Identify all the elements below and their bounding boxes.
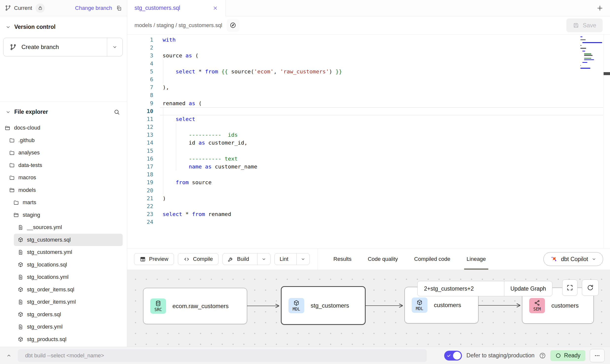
- tree-item-docs-cloud[interactable]: docs-cloud: [0, 122, 127, 134]
- editor-toolbar: Preview Compile Build Lint ResultsCode q…: [127, 248, 610, 270]
- tree-item-label: stg_orders.sql: [27, 311, 61, 318]
- line-number: 1: [127, 36, 160, 44]
- code-line-5: 5 select * from {{ source('ecom', 'raw_c…: [127, 68, 610, 76]
- lineage-node-ecom-raw-customers[interactable]: SRCecom.raw_customers: [143, 288, 247, 324]
- line-number: 9: [127, 99, 160, 107]
- lineage-node-stg-customers[interactable]: MDLstg_customers: [281, 286, 366, 325]
- tree-item-models[interactable]: models: [0, 184, 127, 197]
- refresh-button[interactable]: [582, 280, 599, 296]
- editor-scrollbar[interactable]: [603, 34, 610, 248]
- preview-label: Preview: [149, 256, 168, 262]
- tree-item-stg-locations-yml[interactable]: stg_locations.yml: [0, 271, 127, 283]
- node-badge-mdl: MDL: [412, 298, 427, 313]
- tree-item-label: marts: [23, 199, 36, 206]
- minimap[interactable]: [580, 36, 602, 71]
- code-text: source as (: [160, 52, 603, 60]
- tree-item-stg-order-items-sql[interactable]: stg_order_items.sql: [0, 283, 127, 296]
- help-icon[interactable]: [539, 352, 546, 359]
- sidebar: Version control Create branch File explo…: [0, 16, 127, 347]
- cube-icon: [18, 312, 23, 317]
- tree-item-stg-customers-sql[interactable]: stg_customers.sql: [14, 234, 123, 246]
- folder-open-icon: [5, 125, 10, 131]
- lint-label: Lint: [280, 256, 288, 262]
- tree-item-analyses[interactable]: analyses: [0, 147, 127, 159]
- tree-item-macros[interactable]: macros: [0, 171, 127, 184]
- tab-lineage[interactable]: Lineage: [467, 248, 486, 270]
- tree-item-stg-order-items-yml[interactable]: stg_order_items.yml: [0, 296, 127, 308]
- scrollbar-handle[interactable]: [604, 72, 610, 75]
- tree-item-stg-locations-sql[interactable]: stg_locations.sql: [0, 259, 127, 271]
- compile-button[interactable]: Compile: [178, 253, 219, 265]
- search-icon[interactable]: [114, 109, 120, 115]
- tab-code-quality[interactable]: Code quality: [368, 248, 398, 270]
- preview-button[interactable]: Preview: [134, 253, 174, 265]
- copilot-label: dbt Copilot: [561, 256, 588, 263]
- lint-button[interactable]: Lint: [275, 253, 293, 265]
- tree-item-label: stg_order_items.yml: [27, 299, 76, 305]
- tree-item-label: macros: [18, 174, 36, 181]
- new-tab-button[interactable]: [596, 4, 604, 12]
- panel-tabs: ResultsCode qualityCompiled codeLineage: [325, 248, 494, 270]
- save-icon: [573, 22, 579, 29]
- branch-bar: Current Change branch: [0, 0, 127, 16]
- code-line-2: 2: [127, 44, 610, 52]
- tab-results[interactable]: Results: [333, 248, 351, 270]
- tree-item-staging[interactable]: staging: [0, 209, 127, 221]
- code-editor[interactable]: 1with23source as (45 select * from {{ so…: [127, 34, 610, 248]
- copy-icon[interactable]: [116, 5, 122, 11]
- chevron-down-icon: [592, 257, 596, 262]
- dbt-copilot-button[interactable]: dbt Copilot: [543, 252, 603, 266]
- tree-item-stg-customers-yml[interactable]: stg_customers.yml: [0, 246, 127, 259]
- create-branch-button[interactable]: Create branch: [3, 38, 107, 56]
- line-number: 24: [127, 218, 160, 226]
- line-number: 22: [127, 202, 160, 210]
- fullscreen-button[interactable]: [562, 280, 577, 296]
- doc-icon: [18, 249, 23, 255]
- more-options-button[interactable]: [590, 349, 605, 362]
- line-number: 21: [127, 195, 160, 202]
- lint-dropdown[interactable]: [296, 253, 309, 265]
- expand-command-bar-button[interactable]: [3, 350, 14, 361]
- copilot-context-button[interactable]: [227, 19, 239, 32]
- code-line-4: 4: [127, 60, 610, 68]
- version-control-header[interactable]: Version control: [0, 24, 127, 30]
- code-line-13: 13 ---------- ids: [127, 131, 610, 139]
- tab-compiled-code[interactable]: Compiled code: [414, 248, 450, 270]
- cube-icon: [18, 336, 23, 342]
- tab-stg-customers-sql[interactable]: stg_customers.sql: [127, 0, 226, 16]
- code-text: [160, 218, 603, 226]
- build-dropdown[interactable]: [257, 253, 270, 265]
- code-line-19: 19 from source: [127, 179, 610, 186]
- code-text: ---------- ids: [160, 131, 603, 139]
- command-input[interactable]: dbt build --select <model_name>: [18, 349, 427, 362]
- change-branch-link[interactable]: Change branch: [75, 5, 112, 11]
- lineage-canvas[interactable]: SRCecom.raw_customersMDLstg_customersMDL…: [127, 270, 610, 347]
- folder-icon: [13, 200, 19, 205]
- tree-item--github[interactable]: .github: [0, 134, 127, 147]
- tree-item--sources-yml[interactable]: __sources.yml: [0, 221, 127, 234]
- node-label: customers: [551, 302, 579, 309]
- code-text: ): [160, 195, 603, 202]
- lineage-selector-input[interactable]: 2+stg_customers+2: [418, 285, 504, 292]
- close-icon[interactable]: [213, 5, 218, 11]
- line-number: 17: [127, 163, 160, 171]
- tree-item-data-tests[interactable]: data-tests: [0, 159, 127, 172]
- code-line-7: 7),: [127, 83, 610, 91]
- status-badge[interactable]: Ready: [550, 350, 585, 361]
- line-number: 20: [127, 187, 160, 195]
- save-button[interactable]: Save: [566, 18, 603, 32]
- doc-icon: [18, 299, 23, 305]
- create-branch-dropdown[interactable]: [107, 38, 122, 56]
- tree-item-marts[interactable]: marts: [0, 196, 127, 209]
- build-button[interactable]: Build: [223, 253, 254, 265]
- indent-guide: [163, 107, 163, 195]
- file-explorer-header[interactable]: File explorer: [0, 102, 127, 115]
- tree-item-stg-products-sql[interactable]: stg_products.sql: [0, 333, 127, 346]
- chevron-down-icon: [5, 24, 11, 30]
- tree-item-stg-orders-sql[interactable]: stg_orders.sql: [0, 308, 127, 321]
- defer-toggle[interactable]: [444, 351, 462, 361]
- tree-item-stg-orders-yml[interactable]: stg_orders.yml: [0, 321, 127, 333]
- update-graph-button[interactable]: Update Graph: [504, 281, 552, 296]
- code-text: [160, 44, 603, 52]
- chevron-up-icon: [6, 353, 12, 358]
